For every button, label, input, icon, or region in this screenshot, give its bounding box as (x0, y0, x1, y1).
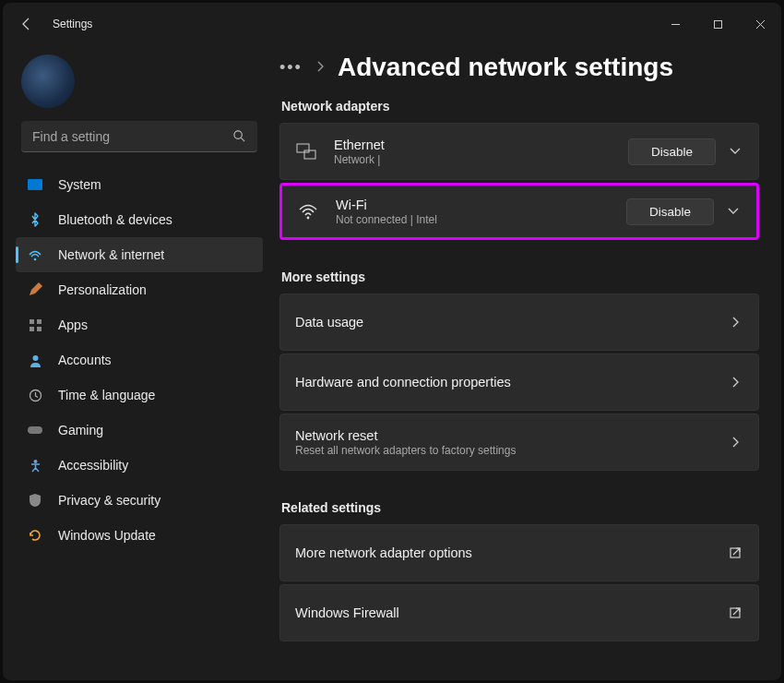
accessibility-icon (27, 457, 43, 473)
wifi-icon (297, 203, 319, 220)
sidebar-item-bluetooth[interactable]: Bluetooth & devices (16, 202, 263, 237)
svg-rect-5 (30, 319, 34, 324)
minimize-button[interactable] (654, 3, 696, 45)
network-reset-card[interactable]: Network reset Reset all network adapters… (279, 413, 759, 471)
section-label-related: Related settings (281, 500, 759, 515)
chevron-down-icon[interactable] (725, 207, 742, 216)
accounts-icon (27, 352, 43, 368)
svg-point-4 (34, 258, 37, 261)
card-subtitle: Reset all network adapters to factory se… (295, 444, 727, 457)
content-area: System Bluetooth & devices Network & int… (3, 45, 781, 680)
system-icon (27, 176, 43, 193)
sidebar-item-label: Apps (58, 318, 88, 332)
breadcrumb-overflow[interactable]: ••• (279, 58, 303, 78)
user-avatar[interactable] (21, 54, 75, 108)
sidebar-item-label: Network & internet (58, 247, 164, 262)
search-input[interactable] (21, 121, 257, 152)
search-icon (232, 129, 246, 147)
titlebar: Settings (3, 3, 781, 45)
sidebar-item-gaming[interactable]: Gaming (16, 413, 263, 448)
chevron-down-icon[interactable] (727, 147, 743, 156)
disable-button[interactable]: Disable (626, 198, 714, 225)
update-icon (27, 527, 43, 544)
sidebar-item-label: System (58, 177, 101, 192)
chevron-right-icon (727, 316, 743, 329)
window-title: Settings (53, 18, 92, 30)
sidebar-item-label: Personalization (58, 282, 147, 297)
svg-rect-6 (37, 319, 42, 324)
external-link-icon (727, 546, 743, 559)
network-icon (27, 246, 43, 263)
window-controls (654, 3, 781, 45)
card-title: More network adapter options (295, 545, 727, 560)
maximize-button[interactable] (696, 3, 739, 45)
chevron-right-icon (315, 59, 325, 76)
svg-point-9 (32, 355, 38, 361)
card-title: Data usage (295, 315, 727, 330)
bluetooth-icon (27, 211, 43, 228)
sidebar-item-personalization[interactable]: Personalization (16, 272, 263, 307)
windows-firewall-card[interactable]: Windows Firewall (279, 584, 759, 641)
sidebar-item-label: Accessibility (58, 458, 128, 473)
sidebar-item-apps[interactable]: Apps (16, 307, 263, 342)
sidebar-item-time[interactable]: Time & language (16, 377, 263, 413)
disable-button[interactable]: Disable (628, 138, 716, 165)
svg-line-3 (241, 138, 244, 141)
card-title: Network reset (295, 428, 727, 443)
nav-list: System Bluetooth & devices Network & int… (16, 167, 263, 553)
chevron-right-icon (727, 436, 743, 449)
sidebar-item-system[interactable]: System (16, 167, 263, 202)
sidebar-item-label: Windows Update (58, 528, 156, 543)
sidebar-item-accessibility[interactable]: Accessibility (16, 448, 263, 483)
sidebar-item-label: Bluetooth & devices (58, 212, 172, 227)
sidebar-item-network[interactable]: Network & internet (16, 237, 263, 272)
sidebar-item-accounts[interactable]: Accounts (16, 342, 263, 377)
sidebar-item-label: Accounts (58, 353, 112, 367)
svg-rect-7 (30, 327, 34, 331)
chevron-right-icon (727, 376, 743, 389)
sidebar-item-label: Privacy & security (58, 493, 160, 508)
svg-point-2 (234, 131, 242, 138)
more-adapter-options-card[interactable]: More network adapter options (279, 524, 759, 581)
svg-point-12 (33, 460, 37, 463)
sidebar: System Bluetooth & devices Network & int… (3, 45, 270, 680)
svg-rect-1 (714, 20, 721, 28)
card-title: Hardware and connection properties (295, 375, 727, 389)
page-title: Advanced network settings (338, 53, 673, 82)
svg-rect-8 (37, 327, 42, 331)
svg-rect-14 (304, 150, 315, 159)
sidebar-item-label: Time & language (58, 388, 155, 402)
close-button[interactable] (739, 3, 781, 45)
svg-rect-11 (28, 426, 42, 434)
gaming-icon (27, 422, 43, 438)
hardware-properties-card[interactable]: Hardware and connection properties (279, 353, 759, 411)
time-icon (27, 387, 43, 403)
apps-icon (27, 317, 43, 333)
card-subtitle: Network | (334, 153, 628, 166)
card-text: Wi-Fi Not connected | Intel (336, 198, 626, 226)
privacy-icon (27, 492, 43, 509)
back-button[interactable] (19, 17, 34, 31)
card-title: Windows Firewall (295, 605, 727, 620)
sidebar-item-privacy[interactable]: Privacy & security (16, 483, 263, 518)
card-title: Ethernet (334, 138, 628, 152)
main-pane: ••• Advanced network settings Network ad… (270, 45, 781, 680)
external-link-icon (727, 606, 743, 619)
ethernet-icon (295, 143, 317, 160)
card-text: Ethernet Network | (334, 138, 628, 166)
section-label-adapters: Network adapters (281, 99, 759, 114)
data-usage-card[interactable]: Data usage (279, 294, 759, 351)
breadcrumb: ••• Advanced network settings (279, 53, 759, 82)
svg-point-15 (307, 217, 310, 220)
svg-rect-13 (297, 144, 309, 152)
section-label-more: More settings (281, 270, 759, 284)
adapter-ethernet-card[interactable]: Ethernet Network | Disable (279, 123, 759, 180)
personalization-icon (27, 282, 43, 298)
card-subtitle: Not connected | Intel (336, 213, 626, 226)
settings-window: Settings System B (3, 3, 781, 680)
search-wrapper (21, 121, 257, 152)
adapter-wifi-card[interactable]: Wi-Fi Not connected | Intel Disable (279, 183, 759, 240)
card-title: Wi-Fi (336, 198, 626, 212)
sidebar-item-label: Gaming (58, 423, 103, 437)
sidebar-item-update[interactable]: Windows Update (16, 518, 263, 553)
